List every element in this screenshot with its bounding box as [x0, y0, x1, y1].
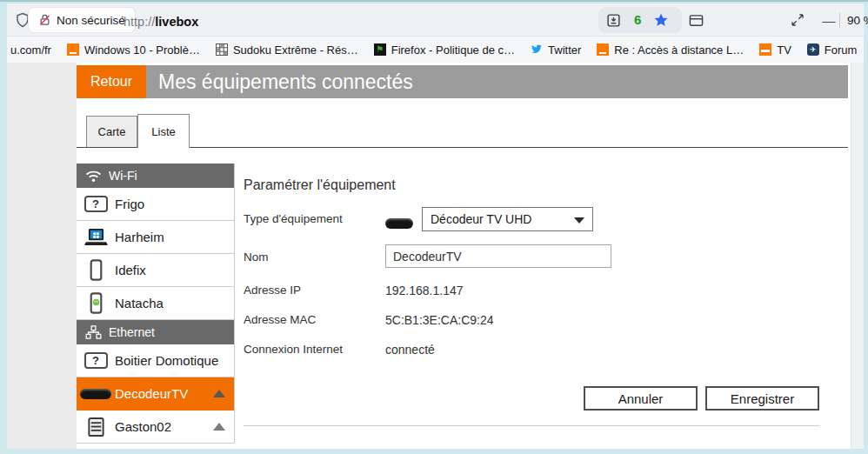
bookmark-label: Re : Accès à distance L… — [614, 43, 744, 57]
device-label: Idefix — [115, 263, 146, 277]
device-label: Frigo — [115, 197, 144, 211]
bookmark-label: Windows 10 - Problè… — [84, 43, 200, 57]
smartphone-icon — [77, 259, 115, 281]
chevron-down-icon — [574, 217, 584, 224]
android-phone-icon — [77, 292, 115, 314]
bookmark-item[interactable]: ⚑ Firefox - Politique de c… — [366, 39, 523, 60]
orange-logo-icon — [67, 43, 79, 56]
green-flag-icon: ⚑ — [374, 43, 386, 56]
url-bar[interactable]: http://livebox — [124, 15, 198, 29]
ip-label: Adresse IP — [244, 284, 301, 297]
type-select[interactable]: Décodeur TV UHD — [422, 207, 593, 231]
sidebar-section-label: Ethernet — [109, 325, 155, 339]
bookmark-item[interactable]: Re : Accès à distance L… — [589, 39, 751, 60]
url-scheme: http:// — [124, 15, 155, 29]
zoom-level[interactable]: 90 % — [847, 14, 868, 27]
back-button[interactable]: Retour — [77, 65, 146, 98]
sudoku-grid-icon — [216, 43, 228, 56]
orange-tv-icon — [759, 43, 771, 56]
url-host: livebox — [155, 15, 198, 29]
bookmark-label: Sudoku Extrême - Rés… — [233, 43, 358, 57]
device-label: DecodeurTV — [115, 386, 188, 401]
insecure-lock-icon — [38, 13, 51, 27]
address-bar: Non sécurisé http://livebox 6 — 90 % — [7, 3, 864, 37]
bookmark-item[interactable]: Sudoku Extrême - Rés… — [208, 39, 366, 60]
bookmark-item[interactable]: Twitter — [523, 39, 589, 60]
bookmark-label: Forum — [825, 43, 858, 57]
nas-icon — [77, 417, 115, 437]
laptop-icon — [77, 228, 115, 246]
browser-window: Non sécurisé http://livebox 6 — 90 % u.c… — [0, 0, 868, 454]
device-label: Natacha — [115, 296, 164, 310]
bookmark-star-icon[interactable] — [652, 11, 670, 29]
sidebar-item-idefix[interactable]: Idefix — [77, 254, 234, 287]
vertical-scrollbar[interactable] — [851, 63, 864, 449]
device-sidebar: Wi-Fi ? Frigo Harheim Idefix Natacha — [77, 164, 235, 444]
name-input[interactable] — [385, 244, 611, 268]
bookmark-label: Firefox - Politique de c… — [391, 43, 515, 57]
sidebar-item-frigo[interactable]: ? Frigo — [77, 188, 234, 221]
minimize-zoom-icon[interactable]: — — [821, 12, 837, 28]
sidebar-item-harheim[interactable]: Harheim — [77, 221, 234, 254]
set-top-box-icon — [385, 218, 413, 229]
fullscreen-icon[interactable] — [790, 12, 805, 28]
bookmark-item[interactable]: Windows 10 - Problè… — [59, 39, 208, 60]
tab-carte[interactable]: Carte — [86, 116, 137, 147]
cancel-button[interactable]: Annuler — [584, 386, 698, 411]
form-title: Paramétrer l'équipement — [244, 177, 396, 193]
ip-value: 192.168.1.147 — [385, 284, 464, 297]
collapse-caret-icon[interactable] — [213, 390, 225, 397]
bookmark-label: u.com/fr — [10, 43, 51, 57]
twitter-bird-icon — [531, 43, 543, 56]
bookmark-item[interactable]: u.com/fr — [9, 39, 59, 60]
device-label: Harheim — [115, 230, 164, 244]
bookmark-label: Twitter — [548, 43, 581, 57]
sidebar-toggle-icon[interactable] — [688, 13, 704, 27]
bookmark-item[interactable]: ✈ Forum — [799, 39, 864, 60]
orange-logo-icon — [597, 43, 609, 56]
set-top-box-icon — [77, 389, 115, 399]
mac-value: 5C:B1:3E:CA:C9:24 — [385, 313, 494, 327]
tab-underline — [77, 147, 848, 148]
mac-label: Adresse MAC — [244, 313, 316, 326]
sidebar-section-ethernet: Ethernet — [77, 320, 234, 344]
device-label: Boitier Domotique — [115, 353, 218, 368]
sidebar-section-label: Wi-Fi — [109, 169, 137, 183]
type-label: Type d'équipement — [244, 212, 343, 225]
device-label: Gaston02 — [115, 419, 171, 434]
bookmark-label: TV — [777, 43, 791, 57]
bookmark-item[interactable]: TV — [751, 39, 799, 60]
tab-liste[interactable]: Liste — [137, 114, 190, 148]
sidebar-item-boitier-domotique[interactable]: ? Boitier Domotique — [77, 344, 234, 377]
page-title: Mes équipements connectés — [146, 65, 848, 98]
download-icon[interactable] — [605, 12, 621, 28]
downloads-count: 6 — [634, 12, 641, 27]
airplane-icon: ✈ — [807, 43, 819, 56]
page-left-margin — [7, 63, 77, 449]
chrome-divider — [839, 13, 840, 28]
collapse-caret-icon[interactable] — [213, 423, 225, 431]
unknown-device-icon: ? — [77, 196, 115, 212]
security-chip[interactable]: Non sécurisé — [29, 8, 135, 32]
form-divider — [244, 425, 819, 426]
bookmarks-bar: u.com/fr Windows 10 - Problè… Sudoku Ext… — [7, 37, 864, 63]
sidebar-item-decodeurtv[interactable]: DecodeurTV — [77, 377, 234, 411]
save-button[interactable]: Enregistrer — [705, 386, 819, 411]
name-label: Nom — [244, 250, 269, 264]
sidebar-section-wifi: Wi-Fi — [77, 164, 234, 188]
internet-label: Connexion Internet — [244, 343, 343, 356]
type-select-value: Décodeur TV UHD — [431, 212, 531, 226]
sidebar-item-gaston02[interactable]: Gaston02 — [77, 411, 234, 444]
unknown-device-icon: ? — [77, 352, 115, 369]
security-label: Non sécurisé — [57, 14, 125, 27]
sidebar-item-natacha[interactable]: Natacha — [77, 287, 234, 320]
internet-value: connecté — [385, 343, 435, 357]
ethernet-icon — [85, 325, 102, 339]
wifi-icon — [85, 170, 102, 183]
